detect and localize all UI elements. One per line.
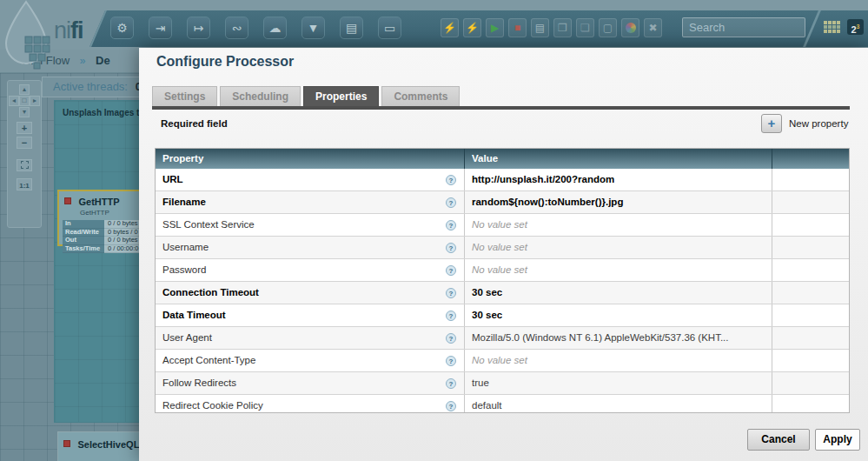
action-toolbar-group: ⚡⚡▶■▤❐❏▢✖ [441,18,662,37]
start-icon[interactable]: ▶ [486,18,504,37]
create-template-icon[interactable]: ▤ [531,18,549,37]
stop-icon[interactable]: ■ [508,18,527,37]
stopped-status-icon [63,440,70,447]
property-name: URL [162,174,183,184]
help-icon[interactable]: ? [446,378,456,389]
row-extra-cell [772,372,849,394]
paste-icon[interactable]: ❏ [576,18,594,37]
help-icon[interactable]: ? [446,288,456,298]
search-input[interactable] [682,17,805,37]
property-row[interactable]: Connection Timeout?30 sec [156,282,849,304]
help-icon[interactable]: ? [446,265,456,276]
copy-icon[interactable]: ❐ [553,18,572,37]
property-value-cell[interactable]: 30 sec [465,304,772,326]
pan-down-button[interactable]: ▾ [19,107,30,117]
property-value-cell[interactable]: 30 sec [465,282,772,304]
help-icon[interactable]: ? [446,401,456,411]
property-name: Password [162,264,207,275]
property-value: No value set [472,219,527,230]
color-icon[interactable] [621,18,639,37]
property-name: Filename [162,197,206,207]
property-value-cell[interactable]: random${now():toNumber()}.jpg [465,191,772,213]
process-group-icon[interactable]: ∾ [225,17,248,39]
help-icon[interactable]: ? [446,311,456,321]
help-icon[interactable]: ? [446,356,456,366]
new-property-button[interactable]: + [761,114,782,133]
property-row[interactable]: Data Timeout?30 sec [156,304,849,327]
tab-scheduling[interactable]: Scheduling [220,86,301,106]
property-name-cell: Follow Redirects? [156,372,465,394]
tab-settings[interactable]: Settings [152,86,217,106]
row-extra-cell [772,350,849,371]
row-extra-cell [772,282,849,304]
property-value-cell[interactable]: No value set [465,214,772,236]
property-value-cell[interactable]: true [465,372,772,394]
help-icon[interactable]: ? [446,197,456,208]
new-property-label[interactable]: New property [789,118,848,129]
property-value: No value set [472,355,527,365]
apply-button[interactable]: Apply [815,429,860,451]
zoom-actual-button[interactable]: 1:1 [17,178,32,190]
label-icon[interactable]: ▭ [378,17,401,39]
tab-properties[interactable]: Properties [303,86,379,106]
help-icon[interactable]: ? [446,220,456,230]
component-toolbar-group: ⚙⇥↦∾☁▼▤▭ [110,17,401,39]
delete-icon[interactable]: ✖ [644,18,662,37]
property-name-cell: SSL Context Service? [156,214,465,236]
property-value-cell[interactable]: No value set [465,259,772,281]
template-icon[interactable]: ▤ [340,17,363,39]
zoom-in-button[interactable]: + [17,122,32,134]
property-value-cell[interactable]: http://unsplash.it/200?random [465,169,772,190]
zoom-fit-button[interactable] [17,159,32,171]
property-name-cell: Accept Content-Type? [156,350,465,371]
property-row[interactable]: Username?No value set [156,237,849,259]
property-row[interactable]: Password?No value set [156,259,849,282]
property-value-cell[interactable]: Mozilla/5.0 (Windows NT 6.1) AppleWebKit… [465,327,772,349]
group-icon[interactable]: ▢ [599,18,617,37]
dialog-title: Configure Processor [156,54,294,70]
cancel-button[interactable]: Cancel [747,429,810,451]
enable-icon[interactable]: ⚡ [441,18,459,37]
help-icon[interactable]: ? [446,175,456,185]
color-wheel-glyph [626,23,636,33]
property-row[interactable]: User Agent?Mozilla/5.0 (Windows NT 6.1) … [156,327,849,350]
disable-icon[interactable]: ⚡ [463,18,481,37]
property-name: Connection Timeout [162,287,259,297]
property-value-cell[interactable]: No value set [465,237,772,258]
property-name-cell: Filename? [156,191,465,213]
property-row[interactable]: SSL Context Service?No value set [156,214,849,237]
properties-table-body: URL?http://unsplash.it/200?randomFilenam… [156,169,849,413]
property-row[interactable]: Filename?random${now():toNumber()}.jpg [156,191,849,214]
pan-up-button[interactable]: ▴ [19,84,30,95]
property-row[interactable]: Follow Redirects?true [156,372,849,395]
property-value-cell[interactable]: default [465,395,772,413]
zoom-out-button[interactable]: − [17,137,32,149]
nifi-wordmark: nifi [54,17,83,44]
input-port-icon[interactable]: ⇥ [149,17,172,39]
output-port-icon[interactable]: ↦ [187,17,210,39]
pan-center-button[interactable]: □ [19,96,30,106]
property-name: Data Timeout [162,310,226,320]
remote-process-group-icon[interactable]: ☁ [263,17,287,39]
help-icon[interactable]: ? [446,243,456,253]
pan-left-button[interactable]: ◂ [9,96,19,106]
row-extra-cell [772,304,849,326]
help-icon[interactable]: ? [446,333,456,344]
property-name-cell: URL? [156,169,465,190]
processor-title: SelectHiveQL [77,439,139,450]
property-row[interactable]: URL?http://unsplash.it/200?random [156,169,849,191]
property-row[interactable]: Accept Content-Type?No value set [156,350,849,372]
summary-grid-icon[interactable] [824,21,840,35]
counters-icon[interactable]: 23 [847,19,864,35]
row-extra-cell [772,395,849,413]
tab-comments[interactable]: Comments [381,86,460,106]
processor-icon[interactable]: ⚙ [110,17,134,39]
navigate-palette: ▴ ◂ □ ▸ ▾ + − 1:1 [7,80,42,228]
property-name: Redirect Cookie Policy [162,400,263,411]
property-row[interactable]: Redirect Cookie Policy?default [156,395,849,413]
pan-right-button[interactable]: ▸ [30,96,40,106]
funnel-icon[interactable]: ▼ [301,17,325,39]
property-value: http://unsplash.it/200?random [472,174,614,184]
stopped-status-icon [64,197,71,204]
property-value-cell[interactable]: No value set [465,350,772,371]
